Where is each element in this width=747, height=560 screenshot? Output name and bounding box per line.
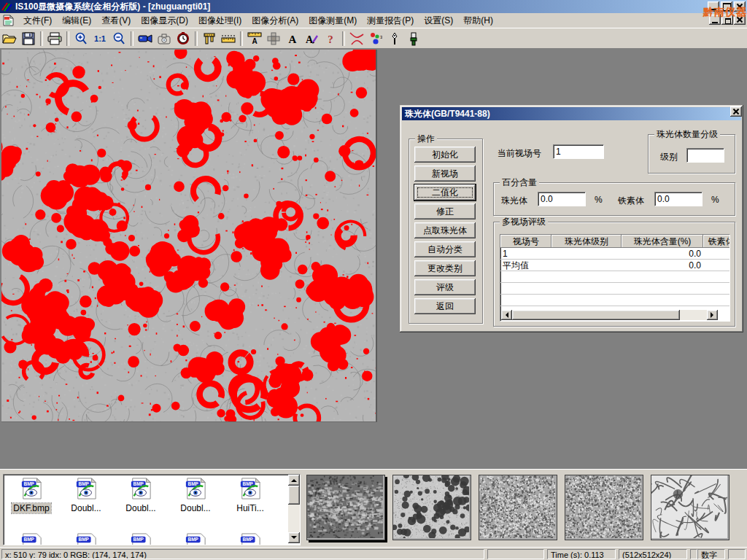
menu-view[interactable]: 查看(V): [96, 13, 136, 28]
file-name[interactable]: Doubl...: [124, 503, 157, 513]
svg-text:BMP: BMP: [187, 537, 198, 542]
capture-camera-icon[interactable]: [155, 30, 174, 47]
zoom-out-icon[interactable]: [109, 30, 128, 47]
grade-level-input[interactable]: [686, 148, 724, 163]
scroll-right-button[interactable]: [707, 310, 718, 320]
video-camera-icon[interactable]: [136, 30, 155, 47]
thumbnail-3[interactable]: [479, 475, 557, 540]
current-field-input[interactable]: [553, 144, 604, 159]
file-item-doubl-3[interactable]: BMP Doubl...: [169, 478, 222, 513]
measure-text-icon[interactable]: A: [245, 30, 264, 47]
file-item-partial[interactable]: BMP: [5, 533, 58, 545]
menu-edit[interactable]: 编辑(E): [57, 13, 96, 28]
file-name[interactable]: HuiTi...: [235, 503, 266, 513]
return-button[interactable]: 返回: [414, 298, 476, 314]
svg-text:BMP: BMP: [133, 537, 144, 542]
pearlite-percent-input[interactable]: [538, 192, 586, 206]
scroll-up-button[interactable]: [288, 475, 300, 486]
auto-classify-button[interactable]: 自动分类: [414, 241, 476, 257]
actual-size-icon[interactable]: 1:1: [90, 30, 109, 47]
file-name[interactable]: Doubl...: [179, 503, 212, 513]
table-header-row: 视场号 珠光体级别 珠光体含量(%) 铁素体含量(%): [500, 235, 729, 248]
thumbnail-5[interactable]: [651, 475, 729, 540]
menu-measure-report[interactable]: 测量报告(P): [362, 13, 419, 28]
current-field-label: 当前视场号: [498, 147, 541, 160]
open-file-icon[interactable]: [0, 30, 19, 47]
document-icon[interactable]: [3, 15, 14, 26]
scrollbar-thumb[interactable]: [288, 486, 300, 505]
initialize-button[interactable]: 初始化: [414, 147, 476, 163]
paint-brush-icon[interactable]: [404, 30, 423, 47]
print-icon[interactable]: [45, 30, 64, 47]
thumbnail-2[interactable]: [392, 475, 471, 540]
menu-image-analysis[interactable]: 图像分析(A): [247, 13, 303, 28]
empty-panel: [487, 549, 544, 559]
timer-clock-icon[interactable]: [174, 30, 193, 47]
scroll-down-button[interactable]: [288, 532, 300, 543]
menu-file[interactable]: 文件(F): [18, 13, 57, 28]
pearlite-dialog: 珠光体(GB/T9441-88) 操作 初始化 新视场 二值化 修正 点取珠光体…: [400, 105, 743, 332]
menu-image-display[interactable]: 图像显示(D): [136, 13, 193, 28]
picker-pen-icon[interactable]: [385, 30, 404, 47]
bmp-file-icon: BMP: [75, 478, 97, 499]
menu-image-processing[interactable]: 图像处理(I): [193, 13, 247, 28]
right-arrow-icon: [711, 312, 716, 318]
thumbnail-1[interactable]: [306, 475, 385, 540]
change-class-button[interactable]: 更改类别: [414, 260, 476, 276]
text-annotation-icon[interactable]: A: [283, 30, 302, 47]
help-icon[interactable]: ?: [321, 30, 340, 47]
zoom-in-icon[interactable]: [71, 30, 90, 47]
ruler-icon[interactable]: [219, 30, 238, 47]
mode-panel: 数字: [697, 549, 725, 559]
thumbnail-4[interactable]: [565, 475, 643, 540]
file-item-dkf[interactable]: BMP DKF.bmp: [5, 478, 58, 513]
ferrite-percent-input[interactable]: [654, 192, 703, 206]
file-list[interactable]: BMP DKF.bmp BMP Doubl...: [3, 474, 301, 545]
menu-settings[interactable]: 设置(S): [419, 13, 458, 28]
particle-classify-icon[interactable]: 3: [366, 30, 385, 47]
file-item-doubl-2[interactable]: BMP Doubl...: [115, 478, 167, 513]
app-logo-icon: [1, 1, 13, 12]
edit-text-icon[interactable]: A: [302, 30, 321, 47]
rate-button[interactable]: 评级: [414, 279, 476, 295]
file-item-huiti[interactable]: BMP HuiTi...: [224, 478, 276, 513]
scrollbar-thumb[interactable]: [512, 310, 680, 320]
file-item-partial[interactable]: BMP: [224, 533, 276, 545]
table-horizontal-scrollbar[interactable]: [501, 310, 718, 320]
table-row: [500, 283, 729, 295]
pick-pearlite-button[interactable]: 点取珠光体: [414, 222, 476, 238]
table-row: [500, 271, 729, 283]
metallograph-image[interactable]: [1, 50, 377, 422]
cell: [551, 271, 622, 283]
file-name[interactable]: Doubl...: [69, 503, 102, 513]
save-icon[interactable]: [19, 30, 38, 47]
bmp-file-icon: BMP: [20, 533, 42, 545]
caliper-icon[interactable]: [200, 30, 219, 47]
cell: [622, 271, 703, 283]
menu-image-measure[interactable]: 图像测量(M): [303, 13, 362, 28]
thumbnail-1-image: [307, 475, 383, 538]
grading-group: 珠光体数量分级 级别: [648, 134, 735, 174]
file-item-partial[interactable]: BMP: [115, 533, 167, 545]
curve-measure-icon[interactable]: [347, 30, 366, 47]
scroll-left-button[interactable]: [501, 310, 512, 320]
svg-text:A: A: [252, 37, 257, 45]
file-list-scrollbar[interactable]: [288, 475, 300, 543]
new-field-button[interactable]: 新视场: [414, 166, 476, 182]
dialog-close-button[interactable]: [730, 106, 742, 117]
svg-text:?: ?: [328, 34, 333, 45]
binarize-button[interactable]: 二值化: [414, 184, 476, 201]
merge-image-icon[interactable]: [264, 30, 283, 47]
bmp-file-icon: BMP: [75, 533, 97, 545]
toolbar: 1:1 A A A ? 3: [0, 28, 747, 49]
menu-help[interactable]: 帮助(H): [458, 13, 498, 28]
file-item-partial[interactable]: BMP: [169, 533, 222, 545]
file-name[interactable]: DKF.bmp: [12, 503, 50, 513]
mdi-client-area: 珠光体(GB/T9441-88) 操作 初始化 新视场 二值化 修正 点取珠光体…: [0, 48, 747, 469]
rating-table[interactable]: 视场号 珠光体级别 珠光体含量(%) 铁素体含量(%) 1 0.0 平均值: [500, 234, 730, 322]
file-item-partial[interactable]: BMP: [60, 533, 112, 545]
file-item-doubl-1[interactable]: BMP Doubl...: [60, 478, 112, 513]
cell: [703, 283, 730, 295]
correct-button[interactable]: 修正: [414, 203, 476, 219]
dialog-title-bar[interactable]: 珠光体(GB/T9441-88): [402, 107, 741, 120]
